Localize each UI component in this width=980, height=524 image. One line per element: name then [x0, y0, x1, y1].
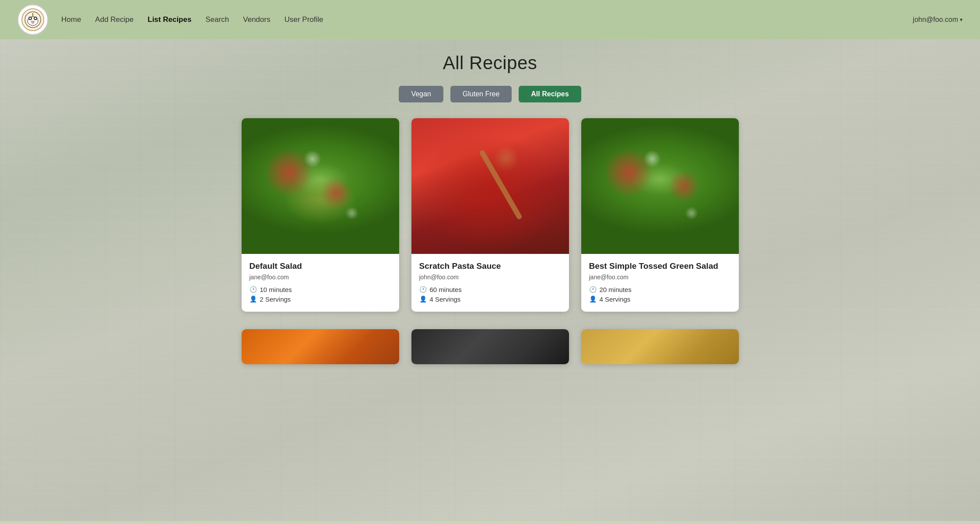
card-meta-1: 🕐 10 minutes 👤 2 Servings — [249, 286, 391, 303]
card-meta-2: 🕐 60 minutes 👤 4 Servings — [419, 286, 561, 303]
card-servings-value-1: 2 Servings — [260, 295, 291, 303]
filter-gluten-free[interactable]: Gluten Free — [450, 86, 512, 102]
nav-vendors[interactable]: Vendors — [243, 15, 270, 24]
card-servings-3: 👤 4 Servings — [589, 295, 731, 303]
svg-point-6 — [35, 18, 36, 19]
svg-point-9 — [33, 21, 34, 22]
person-icon-3: 👤 — [589, 295, 597, 302]
card-body-3: Best Simple Tossed Green Salad jane@foo.… — [581, 254, 739, 312]
card-time-1: 🕐 10 minutes — [249, 286, 391, 293]
card-title-1: Default Salad — [249, 261, 391, 272]
card-servings-value-2: 4 Servings — [430, 295, 461, 303]
recipe-card-3[interactable]: Best Simple Tossed Green Salad jane@foo.… — [581, 118, 739, 312]
nav-search[interactable]: Search — [205, 15, 229, 24]
card-meta-3: 🕐 20 minutes 👤 4 Servings — [589, 286, 731, 303]
filter-all-recipes[interactable]: All Recipes — [519, 86, 581, 102]
card-author-2: john@foo.com — [419, 274, 561, 281]
user-email: john@foo.com — [913, 16, 958, 24]
card-author-3: jane@foo.com — [589, 274, 731, 281]
user-menu[interactable]: john@foo.com — [913, 16, 962, 24]
card-time-value-2: 60 minutes — [430, 286, 462, 293]
card-image-partial-4 — [242, 329, 399, 364]
card-body-2: Scratch Pasta Sauce john@foo.com 🕐 60 mi… — [411, 254, 569, 312]
page-content: All Recipes Vegan Gluten Free All Recipe… — [0, 39, 980, 364]
card-time-2: 🕐 60 minutes — [419, 286, 561, 293]
svg-point-8 — [32, 21, 32, 22]
nav-user-profile[interactable]: User Profile — [285, 15, 323, 24]
filter-bar: Vegan Gluten Free All Recipes — [399, 86, 581, 102]
filter-vegan[interactable]: Vegan — [399, 86, 443, 102]
card-body-1: Default Salad jane@foo.com 🕐 10 minutes … — [242, 254, 399, 312]
card-image-1 — [242, 118, 399, 254]
hero-section: All Recipes Vegan Gluten Free All Recipe… — [0, 39, 980, 521]
card-image-partial-5 — [411, 329, 569, 364]
card-image-partial-6 — [581, 329, 739, 364]
recipe-card-partial-5[interactable] — [411, 329, 569, 364]
person-icon-1: 👤 — [249, 295, 257, 302]
card-author-1: jane@foo.com — [249, 274, 391, 281]
recipe-card-partial-4[interactable] — [242, 329, 399, 364]
recipe-card-partial-6[interactable] — [581, 329, 739, 364]
card-title-3: Best Simple Tossed Green Salad — [589, 261, 731, 272]
card-time-3: 🕐 20 minutes — [589, 286, 731, 293]
clock-icon-1: 🕐 — [249, 286, 257, 293]
nav-home[interactable]: Home — [61, 15, 81, 24]
nav-add-recipe[interactable]: Add Recipe — [95, 15, 133, 24]
page-title: All Recipes — [443, 53, 537, 74]
card-image-2 — [411, 118, 569, 254]
svg-point-5 — [29, 18, 31, 19]
recipe-card-1[interactable]: Default Salad jane@foo.com 🕐 10 minutes … — [242, 118, 399, 312]
svg-point-7 — [31, 21, 35, 23]
recipes-grid-bottom — [224, 329, 756, 364]
card-image-3 — [581, 118, 739, 254]
card-title-2: Scratch Pasta Sauce — [419, 261, 561, 272]
card-time-value-3: 20 minutes — [600, 286, 632, 293]
recipe-card-2[interactable]: Scratch Pasta Sauce john@foo.com 🕐 60 mi… — [411, 118, 569, 312]
card-servings-1: 👤 2 Servings — [249, 295, 391, 303]
card-servings-2: 👤 4 Servings — [419, 295, 561, 303]
navbar: Home Add Recipe List Recipes Search Vend… — [0, 0, 980, 39]
clock-icon-3: 🕐 — [589, 286, 597, 293]
clock-icon-2: 🕐 — [419, 286, 427, 293]
logo[interactable] — [18, 4, 48, 35]
person-icon-2: 👤 — [419, 295, 427, 302]
nav-links: Home Add Recipe List Recipes Search Vend… — [61, 15, 913, 24]
nav-list-recipes[interactable]: List Recipes — [148, 15, 191, 24]
card-servings-value-3: 4 Servings — [600, 295, 631, 303]
recipes-grid: Default Salad jane@foo.com 🕐 10 minutes … — [224, 118, 756, 329]
card-time-value-1: 10 minutes — [260, 286, 292, 293]
